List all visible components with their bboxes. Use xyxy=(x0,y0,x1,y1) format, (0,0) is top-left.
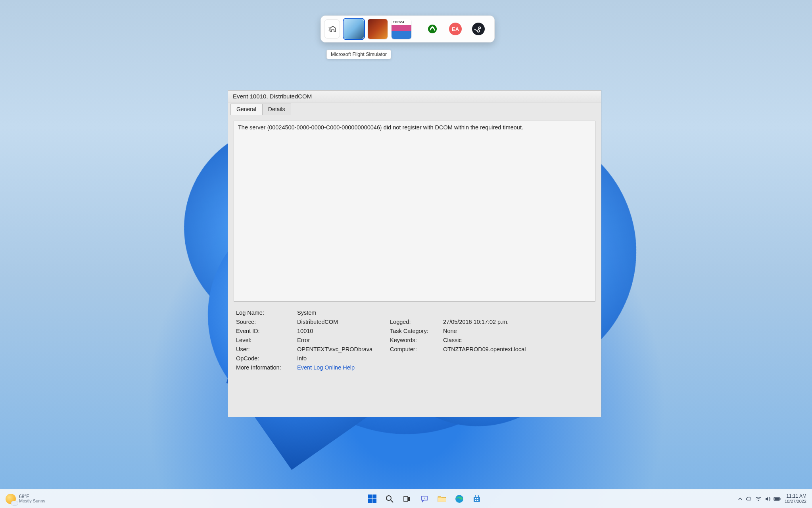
taskbar-weather[interactable]: 68°F Mostly Sunny xyxy=(0,494,111,504)
label-event-id: Event ID: xyxy=(236,328,296,334)
svg-rect-10 xyxy=(474,497,480,502)
gamebar-separator xyxy=(417,21,417,37)
label-logged: Logged: xyxy=(390,319,442,325)
desktop: EA Microsoft Flight Simulator Event 1001… xyxy=(0,0,812,508)
value-level: Error xyxy=(297,337,388,343)
label-keywords: Keywords: xyxy=(390,337,442,343)
steam-icon xyxy=(472,23,485,35)
value-logged: 27/05/2016 10:17:02 p.m. xyxy=(443,319,562,325)
gamebar-tile-flight-simulator[interactable] xyxy=(344,19,364,39)
svg-point-2 xyxy=(479,27,480,28)
gamebar-home-button[interactable] xyxy=(324,19,340,38)
label-user: User: xyxy=(236,346,296,352)
label-level: Level: xyxy=(236,337,296,343)
task-view-icon xyxy=(403,495,411,503)
gamebar-tile-forza-horizon[interactable] xyxy=(392,19,411,39)
gamebar-xbox-button[interactable] xyxy=(423,19,442,38)
taskbar-search-button[interactable] xyxy=(383,493,396,505)
taskbar-right: 11:11 AM 10/27/2022 xyxy=(738,494,812,504)
svg-rect-11 xyxy=(475,498,476,499)
value-log-name: System xyxy=(297,310,388,316)
xbox-icon xyxy=(427,24,438,34)
label-more-info: More Information: xyxy=(236,364,296,371)
svg-rect-5 xyxy=(404,496,408,501)
svg-point-7 xyxy=(424,497,425,498)
weather-condition: Mostly Sunny xyxy=(19,499,45,503)
label-source: Source: xyxy=(236,319,296,325)
event-message-box[interactable]: The server {00024500-0000-0000-C000-0000… xyxy=(234,121,595,302)
value-user: OPENTEXT\svc_PRODbrava xyxy=(297,346,388,352)
windows-start-icon xyxy=(368,495,376,503)
chat-icon xyxy=(420,495,428,503)
volume-icon[interactable] xyxy=(765,496,770,502)
event-window-title: Event 10010, DistributedCOM xyxy=(228,90,601,102)
svg-rect-14 xyxy=(477,500,478,501)
taskbar-center xyxy=(111,493,738,505)
start-button[interactable] xyxy=(366,493,378,505)
svg-rect-17 xyxy=(779,498,780,500)
gamebar-tile-minecraft-dungeons[interactable] xyxy=(368,19,388,39)
tab-general[interactable]: General xyxy=(230,104,262,115)
label-task-category: Task Category: xyxy=(390,328,442,334)
svg-point-3 xyxy=(386,496,391,500)
battery-icon[interactable] xyxy=(774,497,781,501)
gamebar-tooltip: Microsoft Flight Simulator xyxy=(326,50,391,59)
clock-date: 10/27/2022 xyxy=(785,499,806,504)
label-log-name: Log Name: xyxy=(236,310,296,316)
game-bar: EA xyxy=(321,15,495,42)
label-computer: Computer: xyxy=(390,346,442,352)
file-explorer-icon xyxy=(438,495,446,502)
wifi-icon[interactable] xyxy=(755,496,762,501)
label-opcode: OpCode: xyxy=(236,355,296,362)
taskbar-store-button[interactable] xyxy=(470,493,483,505)
taskbar-clock[interactable]: 11:11 AM 10/27/2022 xyxy=(785,494,806,504)
value-task-category: None xyxy=(443,328,562,334)
store-icon xyxy=(473,495,481,503)
clock-time: 11:11 AM xyxy=(786,494,806,499)
event-tabstrip: General Details xyxy=(228,102,601,115)
taskbar: 68°F Mostly Sunny xyxy=(0,489,812,508)
tab-details[interactable]: Details xyxy=(262,104,291,115)
value-event-id: 10010 xyxy=(297,328,388,334)
svg-rect-8 xyxy=(438,498,446,502)
svg-rect-12 xyxy=(477,498,478,499)
taskbar-chat-button[interactable] xyxy=(418,493,431,505)
value-source: DistributedCOM xyxy=(297,319,388,325)
weather-icon xyxy=(6,494,16,504)
svg-rect-13 xyxy=(475,500,476,501)
svg-line-4 xyxy=(391,500,393,502)
event-properties-window: Event 10010, DistributedCOM General Deta… xyxy=(228,90,601,417)
value-opcode: Info xyxy=(297,355,388,362)
svg-rect-6 xyxy=(408,497,410,501)
taskbar-edge-button[interactable] xyxy=(453,493,466,505)
gamebar-ea-button[interactable]: EA xyxy=(446,19,465,38)
svg-point-0 xyxy=(428,25,437,33)
chevron-left-home-icon xyxy=(328,25,336,33)
search-icon xyxy=(386,495,394,503)
chevron-up-icon[interactable] xyxy=(738,496,743,501)
taskbar-file-explorer-button[interactable] xyxy=(436,493,448,505)
event-details-grid: Log Name: System Source: DistributedCOM … xyxy=(234,302,595,373)
event-log-online-help-link[interactable]: Event Log Online Help xyxy=(297,364,355,371)
edge-icon xyxy=(455,495,464,503)
ea-icon: EA xyxy=(449,23,462,35)
taskbar-task-view-button[interactable] xyxy=(401,493,413,505)
system-tray[interactable] xyxy=(738,496,781,502)
svg-point-15 xyxy=(758,500,759,501)
gamebar-steam-button[interactable] xyxy=(469,19,488,38)
onedrive-icon[interactable] xyxy=(746,496,752,501)
value-keywords: Classic xyxy=(443,337,562,343)
value-computer: OTNZTAPROD09.opentext.local xyxy=(443,346,562,352)
svg-rect-18 xyxy=(774,498,779,500)
